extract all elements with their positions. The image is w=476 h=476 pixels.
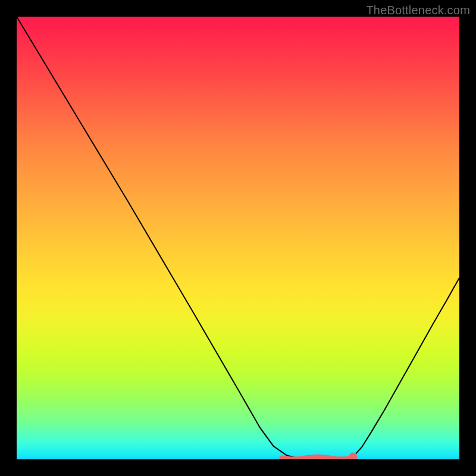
valley-marker <box>282 458 353 460</box>
plot-area <box>17 17 459 459</box>
chart-frame: TheBottleneck.com <box>0 0 476 476</box>
chart-svg <box>17 17 459 459</box>
watermark-text: TheBottleneck.com <box>366 4 470 17</box>
bottleneck-curve <box>17 17 459 459</box>
